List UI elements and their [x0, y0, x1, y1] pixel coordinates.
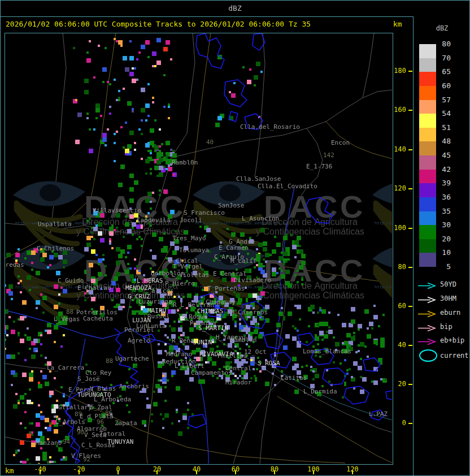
colorbar-tick-label: 57: [434, 96, 451, 104]
50YD-arrow-icon: [417, 281, 438, 292]
legend-label-eburn: eburn: [440, 309, 460, 317]
colorbar-tick-label: 65: [434, 67, 451, 76]
colorbar-tick-label: 48: [434, 137, 451, 145]
y-tick-mark: [408, 345, 412, 346]
colorbar-tick-label: 30: [434, 220, 451, 229]
y-tick-label: 20: [391, 380, 406, 388]
colorbar-tick-label: 5: [434, 262, 451, 271]
eburn-arrow-icon: [417, 309, 438, 320]
y-tick-mark: [408, 384, 412, 385]
y-tick-label: 120: [391, 184, 406, 192]
colorbar-tick-label: 20: [434, 235, 451, 243]
legend-label-current: current: [440, 352, 469, 360]
x-tick-mark: [274, 470, 275, 474]
colorbar-tick-label: 10: [434, 248, 451, 257]
y-tick-mark: [408, 149, 412, 150]
colorbar-tick-label: 80: [434, 40, 451, 48]
x-tick-mark: [196, 470, 197, 474]
timestamp-text: 2026/01/02 06:06:00 UTC Composite Tracks…: [6, 20, 311, 28]
x-axis-unit-label: km: [5, 466, 14, 475]
y-tick-mark: [408, 228, 412, 229]
x-tick-mark: [118, 470, 119, 474]
page-title: dBZ: [228, 4, 241, 12]
y-tick-mark: [408, 188, 412, 189]
legend-label-eb+bip: eb+bip: [440, 337, 464, 344]
legend-label-30HM: 30HM: [440, 295, 456, 302]
y-axis-unit-label: km: [393, 20, 402, 28]
y-tick-mark: [408, 306, 412, 307]
y-tick-label: 100: [391, 224, 406, 232]
y-tick-mark: [408, 110, 412, 111]
y-tick-label: 160: [391, 106, 406, 114]
y-tick-mark: [408, 267, 412, 268]
x-tick-mark: [313, 470, 314, 474]
x-tick-mark: [352, 470, 353, 474]
y-tick-label: 60: [391, 302, 406, 310]
legend-label-50YD: 50YD: [440, 281, 456, 288]
colorbar-tick-label: 45: [434, 151, 451, 159]
y-tick-label: 180: [391, 67, 406, 75]
legend-label-bip: bip: [440, 323, 452, 331]
colorbar-tick-label: 36: [434, 193, 451, 201]
y-tick-label: 40: [391, 341, 406, 349]
colorbar-tick-label: 35: [434, 207, 451, 215]
y-tick-label: 0: [391, 419, 406, 427]
colorbar-tick-label: 54: [434, 109, 451, 118]
bip-arrow-icon: [417, 323, 438, 334]
y-tick-label: 140: [391, 145, 406, 153]
colorbar-tick-label: 70: [434, 54, 451, 62]
x-tick-mark: [40, 470, 41, 474]
x-tick-mark: [235, 470, 236, 474]
colorbar-tick-label: 51: [434, 123, 451, 132]
colorbar-title: dBZ: [414, 24, 470, 32]
colorbar-tick-label: 39: [434, 179, 451, 187]
30HM-arrow-icon: [417, 295, 438, 306]
colorbar-tick-label: 60: [434, 81, 451, 90]
colorbar-tick-label: 42: [434, 165, 451, 174]
y-tick-label: 80: [391, 263, 406, 271]
radar-app-window: Clla.del_RosarioEncon142E_1-736Rambl0n40…: [0, 0, 470, 476]
current-cell-ellipse-icon: [417, 348, 438, 365]
subtitle-bar: 2026/01/02 06:06:00 UTC Composite Tracks…: [1, 17, 413, 32]
y-tick-mark: [408, 423, 412, 424]
colorbar-panel: dBZ 807065605754514845423936353020105 50…: [413, 16, 470, 476]
x-tick-mark: [156, 470, 158, 474]
title-bar: dBZ: [1, 1, 469, 17]
y-tick-mark: [408, 71, 412, 72]
eb+bip-arrow-icon: [417, 337, 438, 348]
x-tick-mark: [79, 470, 80, 474]
